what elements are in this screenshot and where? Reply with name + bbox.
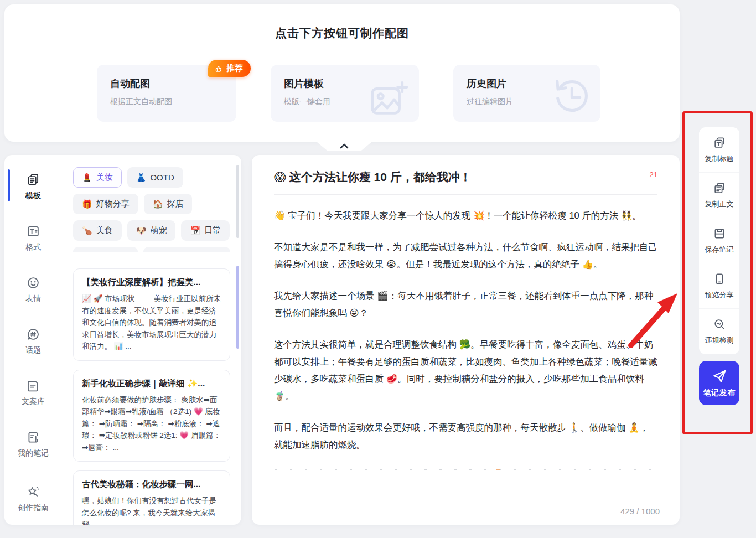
gift-icon: 🎁 bbox=[82, 199, 92, 209]
chip-label: 好物分享 bbox=[96, 199, 130, 209]
image-maker-header-wrap: 点击下方按钮可制作配图 bbox=[4, 25, 680, 41]
sidebar-item-copy-library[interactable]: 文案库 bbox=[4, 373, 62, 412]
copy-body-button[interactable]: 复制正文 bbox=[699, 173, 739, 218]
template-card-3[interactable]: 古代美妆秘籍：化妆步骤一网... 嘿，姑娘们！你们有没有想过古代女子是怎么化妆的… bbox=[73, 470, 230, 525]
chip-row-2: 🎁 好物分享 🏠 探店 bbox=[73, 194, 230, 214]
violation-check-button[interactable]: 违规检测 bbox=[699, 309, 739, 354]
chip-food[interactable]: 🍗 美食 bbox=[73, 220, 122, 241]
template-card-1[interactable]: 【美妆行业深度解析】把握美... 📈 🚀 市场现状 —— 美妆行业正以前所未有的… bbox=[73, 268, 230, 361]
sidebar-item-emoji[interactable]: 表情 bbox=[4, 270, 62, 309]
dog-icon: 🐶 bbox=[136, 226, 147, 236]
chip-store-visit[interactable]: 🏠 探店 bbox=[144, 194, 193, 214]
image-template-card[interactable]: 图片模板 模版一键套用 bbox=[271, 65, 419, 122]
clipped-chip bbox=[143, 247, 230, 252]
image-plus-icon bbox=[367, 78, 410, 121]
thumbs-up-icon bbox=[214, 64, 223, 73]
dress-icon: 👗 bbox=[136, 173, 147, 183]
auto-image-title: 自动配图 bbox=[110, 77, 223, 90]
save-note-button[interactable]: 保存笔记 bbox=[699, 218, 739, 263]
chip-label: 萌宠 bbox=[150, 225, 167, 236]
note-title-input[interactable]: 😱 这个方法让你瘦 10 斤，都给我冲！ bbox=[274, 169, 643, 185]
chip-label: 日常 bbox=[204, 225, 221, 236]
chip-beauty[interactable]: 💄 美妆 bbox=[73, 167, 122, 188]
tool-label: 复制正文 bbox=[705, 199, 734, 209]
template-card-2[interactable]: 新手化妆正确步骤｜敲详细 ✨... 化妆前必须要做的护肤步骤： 爽肤水➡面部精华… bbox=[73, 370, 230, 462]
calendar-icon: 📅 bbox=[190, 226, 200, 236]
sidebar-item-my-notes[interactable]: 我的笔记 bbox=[4, 425, 62, 464]
divider bbox=[74, 258, 229, 258]
note-body-input[interactable]: 👋 宝子们！今天我要跟大家分享一个惊人的发现 💥！一个能让你轻松瘦 10 斤的方… bbox=[274, 207, 657, 472]
recommend-badge: 推荐 bbox=[208, 60, 251, 77]
copy-body-icon bbox=[713, 182, 726, 195]
chip-label: 探店 bbox=[167, 199, 183, 209]
tool-label: 复制标题 bbox=[705, 154, 734, 164]
note-title-row: 😱 这个方法让你瘦 10 斤，都给我冲！ 21 bbox=[274, 169, 657, 185]
note-paragraph: 不知道大家是不是和我一样，为了减肥尝试过各种方法，什么节食啊、疯狂运动啊，结果把… bbox=[274, 239, 657, 273]
scrollbar-thumb-upper[interactable] bbox=[236, 165, 239, 238]
sidebar-item-label: 模板 bbox=[25, 191, 41, 201]
chip-label: OOTD bbox=[150, 173, 174, 182]
template-card-body: 嘿，姑娘们！你们有没有想过古代女子是怎么化妆的呢? 来，我今天就来给大家揭秘..… bbox=[82, 495, 221, 525]
chip-label: 美食 bbox=[96, 225, 113, 236]
clipped-emoji-fragment bbox=[496, 469, 500, 470]
note-paragraph: 而且，配合适量的运动效果会更好哦，不需要高强度的那种，每天散散步 🚶、做做瑜伽 … bbox=[274, 419, 657, 453]
sidebar-item-label: 文案库 bbox=[22, 397, 45, 407]
sidebar-item-creation-guide[interactable]: 创作指南 bbox=[4, 479, 62, 519]
image-maker-panel: 点击下方按钮可制作配图 推荐 自动配图 根据正文自动配图 图片模板 模版一键套用… bbox=[4, 4, 680, 142]
lipstick-icon: 💄 bbox=[82, 173, 92, 183]
chip-ootd[interactable]: 👗 OOTD bbox=[127, 167, 183, 188]
template-card-title: 古代美妆秘籍：化妆步骤一网... bbox=[82, 479, 221, 490]
auto-image-subtitle: 根据正文自动配图 bbox=[110, 97, 223, 107]
sidebar-item-label: 格式 bbox=[25, 242, 41, 252]
chevron-up-icon bbox=[338, 142, 350, 150]
topic-icon bbox=[26, 327, 40, 342]
template-card-title: 新手化妆正确步骤｜敲详细 ✨... bbox=[82, 378, 221, 390]
template-card-body: 📈 🚀 市场现状 —— 美妆行业正以前所未有的速度发展，不仅关乎美丽，更是经济和… bbox=[82, 293, 221, 353]
publish-note-button[interactable]: 笔记发布 bbox=[699, 361, 739, 405]
template-card-title: 【美妆行业深度解析】把握美... bbox=[82, 277, 221, 288]
image-maker-title-text: 点击下方按钮可制作配图 bbox=[275, 27, 409, 39]
sidebar-item-format[interactable]: 格式 bbox=[4, 219, 62, 258]
tool-label: 违规检测 bbox=[705, 335, 734, 345]
chip-row-3: 🍗 美食 🐶 萌宠 📅 日常 bbox=[73, 220, 230, 241]
publish-button-label: 笔记发布 bbox=[703, 388, 736, 398]
note-paragraph: 👋 宝子们！今天我要跟大家分享一个惊人的发现 💥！一个能让你轻松瘦 10 斤的方… bbox=[274, 207, 657, 224]
copy-title-icon bbox=[713, 136, 726, 149]
clipped-text-marks bbox=[275, 469, 652, 470]
chip-label: 美妆 bbox=[96, 172, 113, 183]
left-sidebar: 模板 格式 表情 话题 bbox=[4, 155, 62, 525]
tool-label: 预览分享 bbox=[705, 290, 734, 300]
note-paragraph: 这个方法其实很简单，就是合理调整饮食结构 🥦。早餐要吃得丰富，像全麦面包、鸡蛋、… bbox=[274, 336, 657, 405]
body-char-count: 429 / 1000 bbox=[620, 506, 660, 516]
preview-share-icon bbox=[713, 272, 726, 286]
chip-pets[interactable]: 🐶 萌宠 bbox=[127, 220, 176, 241]
tool-label: 保存笔记 bbox=[705, 245, 734, 255]
clipped-chip bbox=[73, 247, 138, 252]
emoji-icon bbox=[26, 276, 40, 290]
chip-good-things[interactable]: 🎁 好物分享 bbox=[73, 194, 138, 214]
sidebar-item-label: 我的笔记 bbox=[18, 448, 49, 458]
note-paragraph: 我先给大家描述一个场景 🎬：每天不用饿着肚子，正常三餐，还能看到体重一点点下降，… bbox=[274, 287, 657, 322]
chip-daily[interactable]: 📅 日常 bbox=[181, 220, 230, 241]
note-editor-panel: 😱 这个方法让你瘦 10 斤，都给我冲！ 21 👋 宝子们！今天我要跟大家分享一… bbox=[252, 155, 680, 525]
template-card-body: 化妆前必须要做的护肤步骤： 爽肤水➡面部精华➡眼霜➡乳液/面霜 （2选1) 💗 … bbox=[82, 394, 221, 454]
scrollbar-thumb-lower[interactable] bbox=[236, 266, 239, 349]
title-char-count: 21 bbox=[650, 169, 657, 179]
template-list: 💄 美妆 👗 OOTD 🎁 好物分享 🏠 探店 🍗 美食 bbox=[66, 155, 235, 525]
sidebar-item-templates[interactable]: 模板 bbox=[4, 167, 62, 206]
collapse-panel-button[interactable] bbox=[313, 142, 376, 151]
paper-plane-icon bbox=[712, 369, 727, 384]
copy-title-button[interactable]: 复制标题 bbox=[699, 127, 739, 173]
recommend-badge-label: 推荐 bbox=[226, 63, 243, 74]
format-icon bbox=[26, 224, 40, 239]
image-maker-title: 点击下方按钮可制作配图 bbox=[275, 25, 409, 41]
history-image-card[interactable]: 历史图片 过往编辑图片 bbox=[453, 65, 600, 122]
left-tools-panel: 模板 格式 表情 话题 bbox=[4, 155, 241, 525]
history-clock-icon bbox=[548, 73, 594, 118]
sidebar-item-label: 话题 bbox=[25, 345, 41, 355]
chip-row-1: 💄 美妆 👗 OOTD bbox=[73, 167, 230, 188]
drumstick-icon: 🍗 bbox=[82, 226, 92, 236]
violation-check-icon bbox=[713, 318, 726, 331]
preview-share-button[interactable]: 预览分享 bbox=[699, 263, 739, 309]
sidebar-item-topic[interactable]: 话题 bbox=[4, 322, 62, 361]
